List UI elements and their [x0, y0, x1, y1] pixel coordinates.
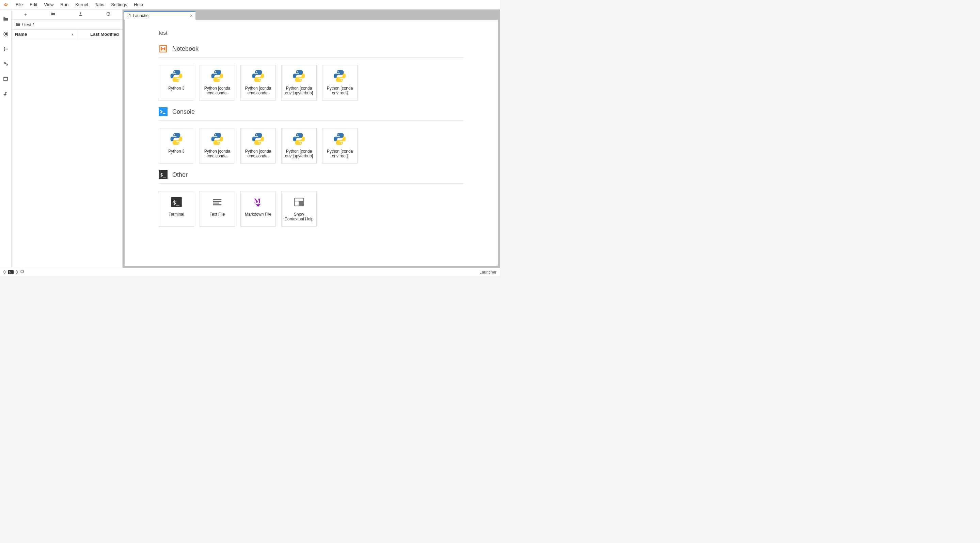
- jupyter-logo: [3, 2, 9, 8]
- refresh-button[interactable]: [95, 11, 122, 18]
- folder-icon[interactable]: [1, 14, 11, 24]
- file-header-modified[interactable]: Last Modified: [78, 30, 122, 39]
- new-launcher-button[interactable]: ＋: [11, 11, 39, 18]
- launcher-card[interactable]: Python [conda env:root]: [322, 128, 358, 164]
- launcher-tab-icon: [127, 13, 131, 18]
- svg-rect-13: [163, 113, 165, 114]
- terminal-status-icon[interactable]: $_: [8, 270, 14, 274]
- markdown-icon: M: [251, 195, 265, 209]
- card-label: Python [conda env:.conda-: [202, 86, 232, 96]
- upload-button[interactable]: [67, 11, 95, 18]
- svg-text:M: M: [254, 197, 261, 205]
- terminal-section-icon: $_: [159, 170, 167, 179]
- file-header-modified-label: Last Modified: [90, 32, 119, 37]
- card-label: Markdown File: [245, 212, 271, 217]
- breadcrumb-root[interactable]: /: [22, 22, 23, 27]
- toc-icon[interactable]: [1, 59, 11, 69]
- contexthelp-icon: [292, 195, 306, 209]
- svg-point-4: [4, 50, 5, 51]
- launcher-body: test Notebook Python 3 Python [conda env…: [125, 20, 498, 266]
- card-label: Python 3: [168, 86, 184, 91]
- launcher-card[interactable]: Python 3: [159, 128, 194, 164]
- svg-text:+: +: [53, 13, 54, 15]
- launcher-card[interactable]: Python [conda env:.conda-: [240, 65, 276, 100]
- breadcrumb-segment[interactable]: test: [24, 22, 31, 27]
- tab-launcher[interactable]: Launcher ×: [124, 11, 196, 20]
- launcher-card[interactable]: M Markdown File: [240, 191, 276, 226]
- launcher-card[interactable]: $_ Terminal: [159, 191, 194, 226]
- svg-rect-26: [21, 271, 24, 273]
- cards-row: $_ Terminal Text File M Markdown File Sh…: [159, 187, 464, 226]
- section-header: Notebook: [159, 44, 464, 57]
- menu-settings[interactable]: Settings: [108, 1, 130, 8]
- card-label: Python [conda env:jupyterhub]: [284, 149, 314, 159]
- python-icon: [169, 69, 183, 83]
- file-header-name[interactable]: Name ▲: [11, 30, 78, 39]
- python-icon: [292, 132, 306, 146]
- card-label: Text File: [210, 212, 225, 217]
- launcher-card[interactable]: Python [conda env:.conda-: [240, 128, 276, 164]
- card-label: Python [conda env:root]: [325, 86, 355, 96]
- python-icon: [332, 69, 347, 83]
- card-label: Show Contextual Help: [284, 212, 314, 222]
- launcher-card[interactable]: Python [conda env:.conda-: [200, 128, 235, 164]
- python-icon: [251, 69, 265, 83]
- tab-strip: Launcher ×: [123, 10, 500, 20]
- svg-text:$_: $_: [173, 199, 180, 206]
- section-header: $_ Other: [159, 170, 464, 184]
- menu-view[interactable]: View: [41, 1, 57, 8]
- running-icon[interactable]: [1, 29, 11, 39]
- card-label: Python [conda env:jupyterhub]: [284, 86, 314, 96]
- menu-run[interactable]: Run: [57, 1, 72, 8]
- svg-rect-12: [159, 107, 167, 116]
- card-label: Python [conda env:.conda-: [243, 86, 274, 96]
- python-icon: [251, 132, 265, 146]
- terminal-card-icon: $_: [169, 195, 183, 209]
- status-count-kernels[interactable]: 0: [16, 270, 18, 275]
- svg-text:$_: $_: [160, 172, 166, 178]
- tabs-icon[interactable]: [1, 74, 11, 84]
- launcher-card[interactable]: Python [conda env:.conda-: [200, 65, 235, 100]
- launcher-card[interactable]: Show Contextual Help: [281, 191, 317, 226]
- menu-tabs[interactable]: Tabs: [92, 1, 108, 8]
- breadcrumb-sep: /: [33, 22, 34, 27]
- python-icon: [292, 69, 306, 83]
- card-label: Terminal: [169, 212, 184, 217]
- launcher-section-console: Console Python 3 Python [conda env:.cond…: [159, 107, 464, 164]
- status-count-terminals[interactable]: 0: [3, 270, 6, 275]
- status-mode[interactable]: Launcher: [479, 270, 496, 275]
- git-icon[interactable]: [1, 44, 11, 54]
- svg-rect-19: [213, 201, 222, 202]
- card-label: Python [conda env:.conda-: [243, 149, 274, 159]
- menu-file[interactable]: File: [12, 1, 26, 8]
- python-icon: [332, 132, 347, 146]
- launcher-card[interactable]: Python 3: [159, 65, 194, 100]
- card-label: Python [conda env:root]: [325, 149, 355, 159]
- new-folder-button[interactable]: +: [39, 11, 67, 18]
- card-label: Python 3: [168, 149, 184, 154]
- notebook-section-icon: [159, 44, 167, 53]
- menu-kernel[interactable]: Kernel: [72, 1, 92, 8]
- launcher-card[interactable]: Python [conda env:jupyterhub]: [281, 65, 317, 100]
- close-icon[interactable]: ×: [190, 13, 193, 18]
- svg-rect-18: [213, 199, 222, 200]
- svg-rect-8: [4, 78, 8, 81]
- launcher-card[interactable]: Python [conda env:jupyterhub]: [281, 128, 317, 164]
- file-browser: ＋ + / test / Name ▲ Last Modified: [11, 10, 123, 268]
- launcher-cwd: test: [159, 30, 464, 36]
- launcher-card[interactable]: Python [conda env:root]: [322, 65, 358, 100]
- python-icon: [169, 132, 183, 146]
- launcher-card[interactable]: Text File: [200, 191, 235, 226]
- activity-bar: [0, 10, 11, 268]
- svg-rect-2: [5, 33, 6, 35]
- kernel-status-icon[interactable]: [20, 269, 24, 275]
- menu-help[interactable]: Help: [130, 1, 146, 8]
- file-list-empty: [11, 39, 122, 268]
- svg-rect-21: [213, 204, 222, 205]
- svg-rect-20: [213, 203, 219, 204]
- extensions-icon[interactable]: [1, 89, 11, 99]
- menu-edit[interactable]: Edit: [26, 1, 41, 8]
- breadcrumb[interactable]: / test /: [11, 20, 122, 29]
- svg-rect-24: [295, 199, 304, 201]
- section-header: Console: [159, 107, 464, 121]
